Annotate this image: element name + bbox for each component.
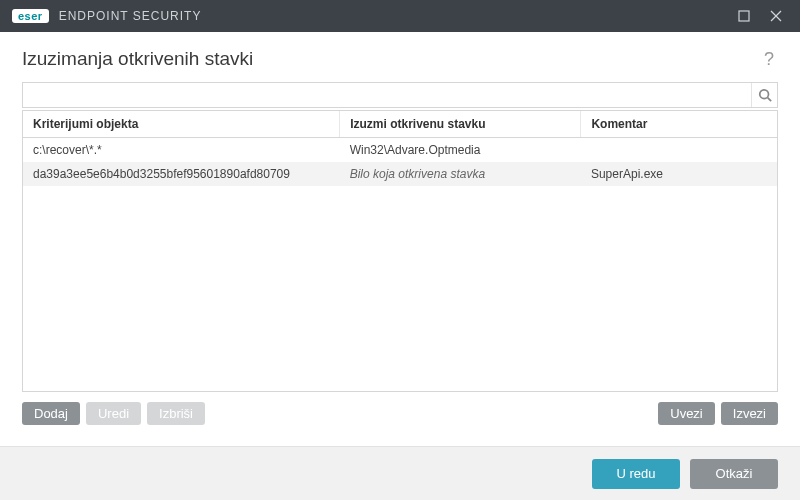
cell-criteria: c:\recover\*.*	[23, 138, 340, 163]
close-icon	[770, 10, 782, 22]
table-row[interactable]: da39a3ee5e6b4b0d3255bfef95601890afd80709…	[23, 162, 777, 186]
cell-exclude: Bilo koja otkrivena stavka	[340, 162, 581, 186]
page-title: Izuzimanja otkrivenih stavki	[22, 48, 760, 70]
add-button[interactable]: Dodaj	[22, 402, 80, 425]
column-header-exclude[interactable]: Izuzmi otkrivenu stavku	[340, 111, 581, 138]
svg-line-4	[767, 98, 771, 102]
brand-text: ENDPOINT SECURITY	[59, 9, 202, 23]
cell-comment: SuperApi.exe	[581, 162, 777, 186]
column-header-criteria[interactable]: Kriterijumi objekta	[23, 111, 340, 138]
search-row	[22, 82, 778, 108]
table-header-row: Kriterijumi objekta Izuzmi otkrivenu sta…	[23, 111, 777, 138]
cancel-button[interactable]: Otkaži	[690, 459, 778, 489]
ok-button[interactable]: U redu	[592, 459, 680, 489]
search-button[interactable]	[751, 83, 777, 107]
titlebar: eser ENDPOINT SECURITY	[0, 0, 800, 32]
close-button[interactable]	[760, 0, 792, 32]
svg-point-3	[759, 90, 768, 99]
search-icon	[758, 88, 772, 102]
minimize-button[interactable]	[728, 0, 760, 32]
cell-comment	[581, 138, 777, 163]
import-button[interactable]: Uvezi	[658, 402, 715, 425]
cell-criteria: da39a3ee5e6b4b0d3255bfef95601890afd80709	[23, 162, 340, 186]
delete-button: Izbriši	[147, 402, 205, 425]
action-button-row: Dodaj Uredi Izbriši Uvezi Izvezi	[22, 392, 778, 425]
svg-rect-0	[739, 11, 749, 21]
exclusions-table-container: Kriterijumi objekta Izuzmi otkrivenu sta…	[22, 110, 778, 392]
brand-logo: eser ENDPOINT SECURITY	[12, 9, 201, 23]
export-button[interactable]: Izvezi	[721, 402, 778, 425]
minimize-icon	[738, 10, 750, 22]
dialog-footer: U redu Otkaži	[0, 446, 800, 500]
table-row[interactable]: c:\recover\*.*Win32\Advare.Optmedia	[23, 138, 777, 163]
edit-button: Uredi	[86, 402, 141, 425]
brand-badge: eser	[12, 9, 49, 23]
column-header-comment[interactable]: Komentar	[581, 111, 777, 138]
search-input[interactable]	[23, 83, 749, 107]
cell-exclude: Win32\Advare.Optmedia	[340, 138, 581, 163]
help-icon[interactable]: ?	[760, 49, 778, 70]
dialog-header: Izuzimanja otkrivenih stavki ?	[0, 32, 800, 82]
exclusions-table: Kriterijumi objekta Izuzmi otkrivenu sta…	[23, 111, 777, 186]
